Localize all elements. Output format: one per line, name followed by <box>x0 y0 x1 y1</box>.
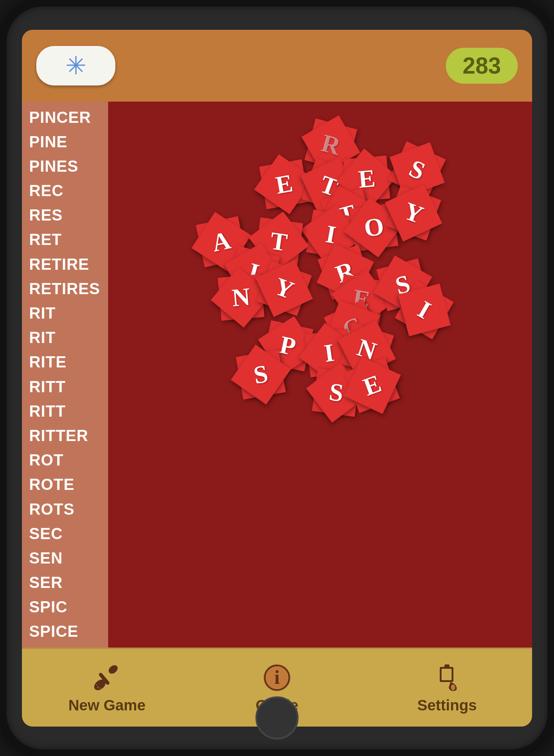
new-game-icon <box>91 662 123 694</box>
svg-rect-20 <box>444 664 449 669</box>
word-list[interactable]: PINCERPINEPINESRECRESRETRETIRERETIRESRIT… <box>22 102 108 648</box>
tile-letter: T <box>268 226 289 257</box>
list-item: PINCER <box>29 105 101 130</box>
tile-letter: O <box>362 212 386 243</box>
main-content: PINCERPINEPINESRECRESRETRETIRERETIRESRIT… <box>22 102 532 648</box>
list-item: RITT <box>29 375 101 399</box>
list-item: REC <box>29 178 101 203</box>
tile-letter: S <box>251 359 270 390</box>
letter-tile[interactable]: S <box>236 349 286 399</box>
svg-point-12 <box>100 687 102 689</box>
new-game-button[interactable]: New Game <box>39 662 175 714</box>
settings-icon <box>431 662 463 694</box>
list-item: RITT <box>29 399 101 423</box>
list-item: RIT <box>29 325 101 350</box>
svg-rect-18 <box>442 669 452 680</box>
tile-letter: S <box>327 377 345 408</box>
top-bar: ✳ 283 <box>22 30 532 102</box>
guide-icon: i <box>261 662 293 694</box>
list-item: PINE <box>29 130 101 154</box>
tile-letter: Y <box>400 196 427 229</box>
list-item: RETIRE <box>29 252 101 277</box>
device-frame: ✳ 283 <box>0 0 554 756</box>
settings-label: Settings <box>417 697 477 714</box>
home-button[interactable] <box>255 696 299 739</box>
svg-point-10 <box>107 663 119 675</box>
svg-point-11 <box>97 686 99 688</box>
tile-letter: R <box>318 128 343 161</box>
tile-letter: P <box>277 330 298 361</box>
list-item: RET <box>29 227 101 252</box>
game-board[interactable]: RETESTIOYATRINYESICPINSSE <box>108 102 532 648</box>
list-item: ROTS <box>29 497 101 521</box>
list-item: RIT <box>29 301 101 325</box>
device-screen: ✳ 283 <box>22 30 532 727</box>
new-game-label: New Game <box>68 697 146 714</box>
settings-button[interactable]: Settings <box>379 662 515 714</box>
svg-point-13 <box>96 684 97 686</box>
list-item: SPICE <box>29 619 101 644</box>
list-item: RITTER <box>29 423 101 448</box>
tile-letter: E <box>273 168 295 200</box>
list-item: SEC <box>29 521 101 546</box>
score-badge: 283 <box>446 48 518 84</box>
flower-button[interactable]: ✳ <box>36 46 115 85</box>
svg-text:i: i <box>274 667 280 688</box>
list-item: RITE <box>29 350 101 374</box>
tile-letter: I <box>413 295 436 325</box>
list-item: ROT <box>29 448 101 472</box>
score-display: 283 <box>463 52 501 79</box>
tile-letter: Y <box>271 272 298 305</box>
tile-letter: I <box>322 338 336 368</box>
tile-letter: E <box>359 369 385 402</box>
list-item: RETIRES <box>29 277 101 301</box>
tile-letter: N <box>231 282 251 312</box>
tile-letter: S <box>405 154 429 186</box>
list-item: SPIC <box>29 595 101 619</box>
list-item: RES <box>29 203 101 227</box>
list-item: ROTE <box>29 472 101 497</box>
list-item: PINES <box>29 154 101 178</box>
flower-icon: ✳ <box>65 51 87 80</box>
tile-letter: A <box>209 226 233 258</box>
letter-tile[interactable]: E <box>259 159 309 209</box>
list-item: SER <box>29 570 101 595</box>
list-item: SEN <box>29 546 101 570</box>
svg-point-19 <box>451 685 455 690</box>
